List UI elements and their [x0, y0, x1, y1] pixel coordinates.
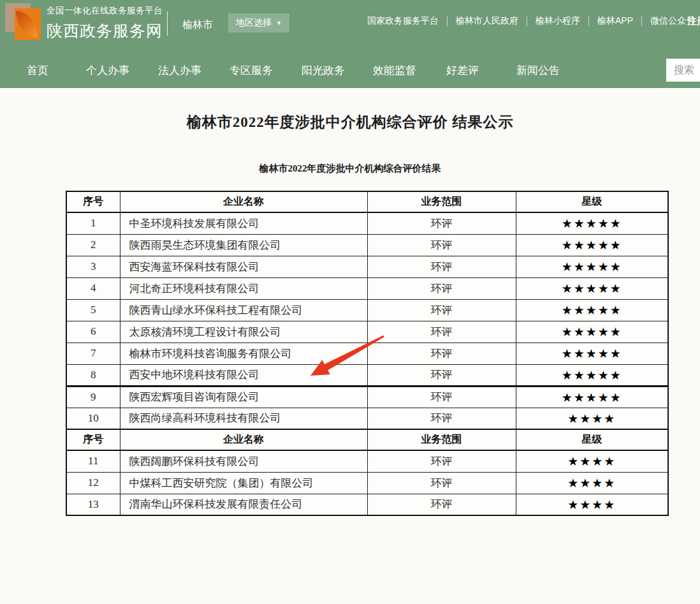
business-scope-cell: 环评	[367, 212, 516, 234]
star-rating-cell: ★★★★★	[516, 277, 668, 299]
table-row: 10 陕西尚绿高科环境科技有限公司 环评 ★★★★	[66, 408, 668, 429]
column-header: 序号	[66, 191, 120, 212]
nav-item-5[interactable]: 阳光政务	[302, 63, 345, 78]
column-header: 星级	[516, 191, 668, 212]
table-row: 1 中圣环境科技发展有限公司 环评 ★★★★★	[66, 212, 668, 234]
star-rating-cell: ★★★★★	[516, 321, 668, 343]
table-row: 9 陕西宏辉项目咨询有限公司 环评 ★★★★★	[66, 386, 668, 408]
table-row: 3 西安海蓝环保科技有限公司 环评 ★★★★★	[66, 256, 668, 277]
platform-name: 全国一体化在线政务服务平台	[47, 5, 163, 17]
table-row: 8 西安中地环境科技有限公司 环评 ★★★★★	[66, 364, 668, 386]
top-link[interactable]: 榆林小程序	[536, 15, 580, 27]
column-header: 企业名称	[120, 429, 367, 450]
table-row: 13 渭南华山环保科技发展有限责任公司 环评 ★★★★	[66, 494, 668, 515]
nav-item-6[interactable]: 效能监督	[373, 63, 416, 78]
row-number-cell: 11	[66, 450, 120, 472]
nav-item-8[interactable]: 新闻公告	[516, 63, 560, 78]
column-header: 业务范围	[367, 429, 516, 450]
company-name-cell: 西安中地环境科技有限公司	[120, 364, 367, 386]
search-input[interactable]: 搜索	[666, 59, 700, 82]
nav-item-7[interactable]: 好差评	[446, 63, 479, 78]
site-name: 陕西政务服务网	[47, 20, 163, 41]
link-separator	[527, 17, 527, 26]
company-name-cell: 榆林市环境科技咨询服务有限公司	[120, 343, 367, 364]
row-number-cell: 6	[66, 321, 120, 343]
main-nav: 搜索 首页个人办事法人办事专区服务阳光政务效能监督好差评新闻公告	[0, 52, 700, 88]
table-row: 7 榆林市环境科技咨询服务有限公司 环评 ★★★★★	[66, 343, 668, 364]
table-row: 4 河北奇正环境科技有限公司 环评 ★★★★★	[66, 277, 668, 299]
star-rating-cell: ★★★★	[516, 494, 668, 515]
nav-item-3[interactable]: 法人办事	[158, 63, 201, 78]
row-number-cell: 3	[66, 256, 120, 277]
column-header: 序号	[66, 429, 120, 450]
business-scope-cell: 环评	[367, 321, 516, 343]
star-rating-cell: ★★★★	[516, 472, 668, 494]
top-link[interactable]: 国家政务服务平台	[367, 15, 439, 27]
business-scope-cell: 环评	[367, 299, 516, 321]
table-header-row: 序号企业名称业务范围星级	[66, 429, 668, 450]
business-scope-cell: 环评	[367, 472, 516, 494]
current-city-label: 榆林市	[182, 18, 213, 32]
row-number-cell: 10	[66, 408, 120, 429]
business-scope-cell: 环评	[367, 408, 516, 429]
brand-row: 全国一体化在线政务服务平台 陕西政务服务网 榆林市 地区选择 ▼ 国家政务服务平…	[0, 0, 700, 52]
site-header: 全国一体化在线政务服务平台 陕西政务服务网 榆林市 地区选择 ▼ 国家政务服务平…	[0, 0, 700, 88]
top-link[interactable]: 榆林APP	[597, 15, 633, 27]
star-rating-cell: ★★★★★	[516, 256, 668, 277]
business-scope-cell: 环评	[367, 277, 516, 299]
row-number-cell: 4	[66, 277, 120, 299]
row-number-cell: 8	[66, 364, 120, 386]
search-placeholder: 搜索	[674, 64, 694, 77]
logo-leaf-icon	[16, 11, 38, 38]
business-scope-cell: 环评	[367, 343, 516, 364]
star-rating-cell: ★★★★	[516, 450, 668, 472]
register-link[interactable]: 注册	[687, 15, 700, 27]
page-title: 榆林市2022年度涉批中介机构综合评价 结果公示	[0, 112, 700, 132]
row-number-cell: 5	[66, 299, 120, 321]
company-name-cell: 陕西尚绿高科环境科技有限公司	[120, 408, 367, 429]
nav-item-1[interactable]: 首页	[27, 63, 48, 78]
table-header-row: 序号企业名称业务范围星级	[66, 191, 668, 212]
top-links: 国家政务服务平台榆林市人民政府榆林小程序榆林APP微信公众号	[367, 15, 695, 27]
table-row: 2 陕西雨昊生态环境集团有限公司 环评 ★★★★★	[66, 234, 668, 256]
table-caption: 榆林市2022年度涉批中介机构综合评价结果	[0, 163, 700, 175]
star-rating-cell: ★★★★★	[516, 343, 668, 364]
table-section: 序号企业名称业务范围星级 11 陕西阔鹏环保科技有限公司 环评 ★★★★ 12 …	[66, 429, 668, 515]
star-rating-cell: ★★★★★	[516, 364, 668, 386]
column-header: 星级	[516, 429, 668, 450]
row-number-cell: 13	[66, 494, 120, 515]
logo-front-square	[15, 8, 41, 40]
table-row: 6 太原核清环境工程设计有限公司 环评 ★★★★★	[66, 321, 668, 343]
link-separator	[641, 17, 642, 26]
link-separator	[447, 17, 448, 26]
company-name-cell: 中煤科工西安研究院（集团）有限公司	[120, 472, 367, 494]
evaluation-table: 序号企业名称业务范围星级 1 中圣环境科技发展有限公司 环评 ★★★★★ 2 陕…	[66, 191, 669, 516]
table-row: 11 陕西阔鹏环保科技有限公司 环评 ★★★★	[66, 450, 668, 472]
nav-item-2[interactable]: 个人办事	[86, 63, 129, 78]
business-scope-cell: 环评	[367, 256, 516, 277]
column-header: 企业名称	[120, 191, 367, 212]
company-name-cell: 太原核清环境工程设计有限公司	[120, 321, 367, 343]
company-name-cell: 渭南华山环保科技发展有限责任公司	[120, 494, 367, 515]
star-rating-cell: ★★★★★	[516, 299, 668, 321]
row-number-cell: 9	[66, 386, 120, 408]
star-rating-cell: ★★★★	[516, 408, 668, 429]
business-scope-cell: 环评	[367, 494, 516, 515]
company-name-cell: 西安海蓝环保科技有限公司	[120, 256, 367, 277]
business-scope-cell: 环评	[367, 234, 516, 256]
region-select-button[interactable]: 地区选择 ▼	[228, 13, 289, 33]
column-header: 业务范围	[367, 191, 516, 212]
company-name-cell: 中圣环境科技发展有限公司	[120, 212, 367, 234]
star-rating-cell: ★★★★★	[516, 234, 668, 256]
link-separator	[588, 17, 589, 26]
business-scope-cell: 环评	[367, 386, 516, 408]
table-row: 12 中煤科工西安研究院（集团）有限公司 环评 ★★★★	[66, 472, 668, 494]
row-number-cell: 12	[66, 472, 120, 494]
row-number-cell: 7	[66, 343, 120, 364]
announcement-document: 榆林市2022年度涉批中介机构综合评价 结果公示 榆林市2022年度涉批中介机构…	[0, 88, 700, 604]
business-scope-cell: 环评	[367, 450, 516, 472]
top-link[interactable]: 榆林市人民政府	[456, 15, 518, 27]
nav-item-4[interactable]: 专区服务	[230, 63, 273, 78]
table-section: 序号企业名称业务范围星级 1 中圣环境科技发展有限公司 环评 ★★★★★ 2 陕…	[66, 191, 668, 429]
chevron-down-icon: ▼	[276, 20, 282, 26]
